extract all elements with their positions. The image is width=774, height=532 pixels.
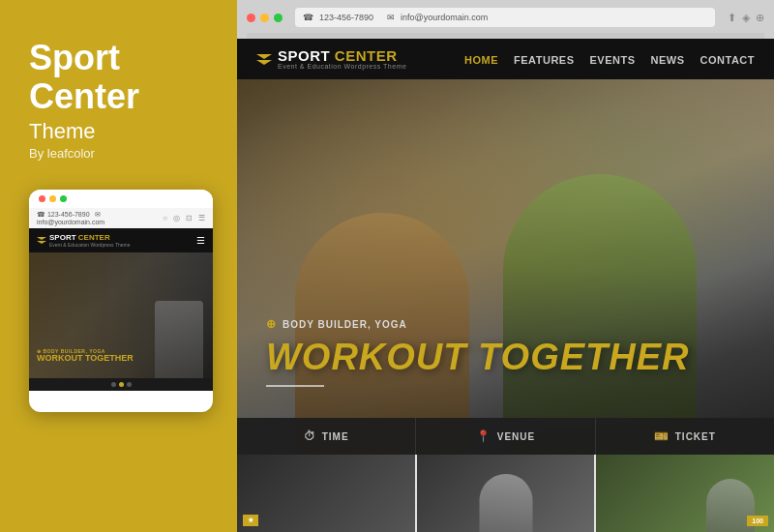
left-panel: Sport Center Theme By leafcolor ☎ 123-45…	[0, 0, 237, 532]
thumbnail-1: ★	[237, 455, 415, 532]
mobile-nav-dot-3[interactable]	[127, 382, 132, 387]
hero-badge-text: BODY BUILDER, YOGA	[283, 319, 407, 330]
share-icon[interactable]: ⬆	[728, 12, 736, 24]
site-logo: SPORT CENTER Event & Education Wordpress…	[256, 48, 406, 70]
mobile-dot-red	[39, 195, 45, 202]
phone-icon: ☎	[303, 13, 313, 22]
browser-dot-yellow[interactable]	[260, 14, 269, 22]
tab-time-label: TIME	[322, 431, 349, 442]
mobile-hamburger[interactable]: ☰	[196, 235, 205, 246]
mobile-tagline: Event & Education Wordpress Theme	[49, 242, 130, 248]
tab-ticket-label: TICKET	[675, 431, 716, 442]
hero-badge: ⊕ BODY BUILDER, YOGA	[266, 317, 690, 331]
hero-content: ⊕ BODY BUILDER, YOGA WORKOUT TOGETHER	[266, 317, 690, 387]
nav-link-contact[interactable]: CONTACT	[700, 54, 755, 66]
nav-link-features[interactable]: FEATURES	[514, 54, 574, 66]
thumb-badge-right: 100	[747, 516, 768, 526]
mobile-hero: ⊕ BODY BUILDER, YOGA WORKOUT TOGETHER	[29, 252, 213, 378]
thumbnail-3: 100	[594, 455, 774, 532]
mobile-toolbar-icons: ○ ◎ ⊡ ☰	[163, 214, 205, 222]
nav-item-news[interactable]: NEWS	[651, 50, 685, 68]
right-panel: ☎ 123-456-7890 ✉ info@yourdomain.com ⬆ ◈…	[237, 0, 774, 532]
logo-tagline: Event & Education Wordpress Theme	[278, 63, 406, 70]
tab-time[interactable]: ⏱ TIME	[237, 418, 416, 455]
thumb-bg-overlay-1	[237, 455, 415, 532]
thumb-figure-2	[479, 474, 532, 532]
bottom-tabs: ⏱ TIME 📍 VENUE 🎫 TICKET	[237, 418, 774, 455]
site-nav: SPORT CENTER Event & Education Wordpress…	[237, 39, 774, 79]
logo-chevrons	[256, 54, 272, 65]
page-title: Sport Center	[29, 39, 208, 115]
nav-link-news[interactable]: NEWS	[651, 54, 685, 66]
hero-divider	[266, 385, 324, 387]
nav-item-contact[interactable]: CONTACT	[700, 50, 755, 68]
mobile-dot-green	[60, 195, 67, 202]
tab-ticket[interactable]: 🎫 TICKET	[596, 418, 774, 455]
browser-dot-green[interactable]	[274, 14, 283, 22]
theme-subtitle: Theme	[29, 119, 208, 144]
mobile-dots-nav	[29, 378, 213, 391]
mobile-logo-name: SPORT CENTER	[49, 233, 130, 242]
mobile-top-bar	[29, 190, 213, 208]
address-text-1: 123-456-7890	[319, 13, 373, 22]
location-icon[interactable]: ◎	[173, 214, 180, 222]
search-icon[interactable]: ○	[163, 214, 167, 222]
mobile-hero-title: WORKOUT TOGETHER	[37, 354, 134, 364]
chevron-top-icon	[256, 54, 272, 59]
mobile-address: ☎ 123-456-7890 ✉ info@yourdomain.com	[37, 211, 163, 225]
mobile-figure	[155, 301, 203, 378]
hero-title: WORKOUT TOGETHER	[266, 339, 690, 375]
mobile-logo: SPORT CENTER Event & Education Wordpress…	[37, 233, 130, 248]
site-menu: HOME FEATURES EVENTS NEWS CONTACT	[464, 50, 755, 68]
browser-address-bar[interactable]: ☎ 123-456-7890 ✉ info@yourdomain.com	[295, 8, 715, 27]
menu-icon[interactable]: ☰	[198, 214, 205, 222]
email-icon: ✉	[387, 13, 395, 22]
nav-item-events[interactable]: EVENTS	[590, 50, 636, 68]
browser-top-bar: ☎ 123-456-7890 ✉ info@yourdomain.com ⬆ ◈…	[247, 8, 764, 27]
browser-dot-red[interactable]	[247, 14, 255, 22]
thumbnail-2	[415, 455, 595, 532]
nav-link-events[interactable]: EVENTS	[590, 54, 636, 66]
tab-venue[interactable]: 📍 VENUE	[416, 418, 595, 455]
nav-item-features[interactable]: FEATURES	[514, 50, 574, 68]
location-pin-icon: 📍	[476, 429, 491, 443]
cart-icon[interactable]: ⊡	[186, 214, 193, 222]
dumbbell-icon: ⊕	[266, 317, 277, 331]
website-content: SPORT CENTER Event & Education Wordpress…	[237, 39, 774, 532]
mobile-mockup: ☎ 123-456-7890 ✉ info@yourdomain.com ○ ◎…	[29, 190, 213, 412]
chevron-bottom-icon	[256, 60, 272, 65]
mobile-nav: SPORT CENTER Event & Education Wordpress…	[29, 228, 213, 252]
mobile-nav-dot-2[interactable]	[119, 382, 124, 387]
thumb-badge-1: ★	[243, 515, 258, 526]
time-icon: ⏱	[304, 429, 316, 443]
address-text-2: info@yourdomain.com	[401, 13, 488, 22]
browser-chrome: ☎ 123-456-7890 ✉ info@yourdomain.com ⬆ ◈…	[237, 0, 774, 39]
search-browser-icon[interactable]: ⊕	[756, 12, 764, 24]
hero-figures	[237, 79, 774, 455]
mobile-toolbar: ☎ 123-456-7890 ✉ info@yourdomain.com ○ ◎…	[29, 208, 213, 228]
mobile-hero-content: ⊕ BODY BUILDER, YOGA WORKOUT TOGETHER	[37, 348, 134, 364]
mobile-dot-yellow	[49, 195, 56, 202]
nav-item-home[interactable]: HOME	[464, 50, 498, 68]
mobile-nav-dot-1[interactable]	[111, 382, 116, 387]
thumbnail-row: ★ 100	[237, 455, 774, 532]
hero-overlay	[237, 79, 774, 455]
bookmark-icon[interactable]: ◈	[742, 12, 750, 24]
logo-text: SPORT CENTER Event & Education Wordpress…	[278, 48, 406, 70]
nav-link-home[interactable]: HOME	[464, 54, 498, 66]
logo-name: SPORT CENTER	[278, 48, 406, 63]
ticket-icon: 🎫	[654, 429, 670, 443]
hero-section: ⊕ BODY BUILDER, YOGA WORKOUT TOGETHER ⏱ …	[237, 79, 774, 455]
browser-controls: ⬆ ◈ ⊕	[728, 12, 764, 24]
tab-venue-label: VENUE	[497, 431, 535, 442]
author-label: By leafcolor	[29, 146, 208, 161]
